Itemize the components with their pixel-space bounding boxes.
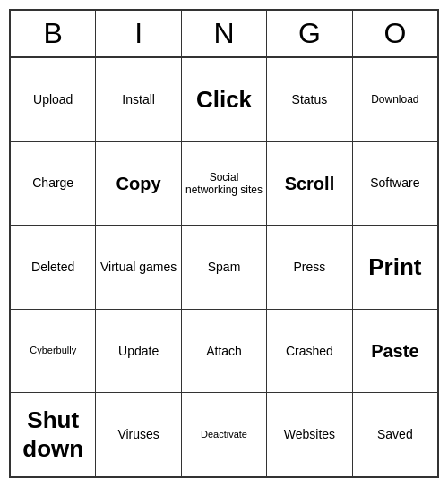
bingo-grid: UploadInstallClickStatusDownloadChargeCo… xyxy=(11,57,437,476)
header-letter-B: B xyxy=(11,11,96,56)
bingo-cell-3-3: Crashed xyxy=(267,310,352,393)
header-letter-O: O xyxy=(353,11,437,56)
bingo-cell-1-2: Social networking sites xyxy=(182,142,267,226)
bingo-cell-2-3: Press xyxy=(267,226,352,309)
bingo-cell-1-0: Charge xyxy=(11,142,96,226)
header-letter-N: N xyxy=(182,11,267,56)
bingo-row-4: Shut downVirusesDeactivateWebsitesSaved xyxy=(11,392,437,476)
bingo-cell-2-4: Print xyxy=(353,226,437,309)
bingo-cell-3-4: Paste xyxy=(353,310,437,393)
header-letter-G: G xyxy=(267,11,352,56)
bingo-cell-2-0: Deleted xyxy=(11,226,96,309)
bingo-cell-4-0: Shut down xyxy=(11,393,96,476)
bingo-header: BINGO xyxy=(11,11,437,57)
bingo-cell-0-1: Install xyxy=(96,58,181,141)
bingo-card: BINGO UploadInstallClickStatusDownloadCh… xyxy=(9,9,439,478)
bingo-cell-1-4: Software xyxy=(353,142,437,226)
bingo-cell-3-1: Update xyxy=(96,310,181,393)
bingo-cell-4-1: Viruses xyxy=(96,393,181,476)
bingo-row-1: ChargeCopySocial networking sitesScrollS… xyxy=(11,141,437,226)
bingo-cell-1-1: Copy xyxy=(96,142,181,226)
bingo-row-2: DeletedVirtual gamesSpamPressPrint xyxy=(11,225,437,309)
bingo-cell-3-0: Cyberbully xyxy=(11,310,96,393)
bingo-cell-2-2: Spam xyxy=(182,226,267,309)
bingo-cell-4-2: Deactivate xyxy=(182,393,267,476)
bingo-cell-1-3: Scroll xyxy=(267,142,352,226)
bingo-cell-0-2: Click xyxy=(182,58,267,141)
bingo-cell-3-2: Attach xyxy=(182,310,267,393)
bingo-cell-4-4: Saved xyxy=(353,393,437,476)
bingo-row-0: UploadInstallClickStatusDownload xyxy=(11,57,437,141)
bingo-cell-4-3: Websites xyxy=(267,393,352,476)
bingo-cell-0-0: Upload xyxy=(11,58,96,141)
header-letter-I: I xyxy=(96,11,181,56)
bingo-cell-2-1: Virtual games xyxy=(96,226,181,309)
bingo-cell-0-3: Status xyxy=(267,58,352,141)
bingo-row-3: CyberbullyUpdateAttachCrashedPaste xyxy=(11,309,437,393)
bingo-cell-0-4: Download xyxy=(353,58,437,141)
